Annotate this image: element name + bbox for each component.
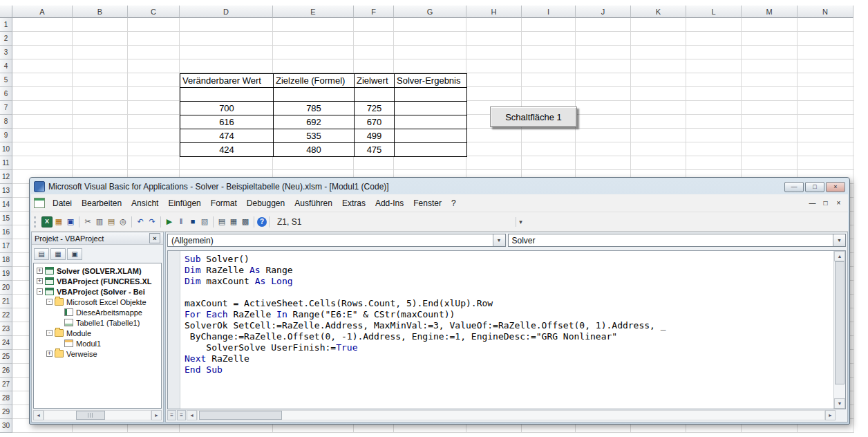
menu-debuggen[interactable]: Debuggen <box>242 196 290 210</box>
table-cell[interactable]: 499 <box>355 129 395 143</box>
scroll-thumb[interactable] <box>835 261 845 384</box>
row-header-20[interactable]: 20 <box>0 281 12 295</box>
procedure-view-button[interactable]: ≡ <box>167 410 176 420</box>
row-header-13[interactable]: 13 <box>0 184 12 198</box>
scroll-up-button[interactable]: ▲ <box>834 251 845 261</box>
view-code-button[interactable]: ▤ <box>34 248 49 260</box>
procedure-dropdown[interactable]: Solver ▼ <box>508 234 847 247</box>
column-header-H[interactable]: H <box>466 6 522 18</box>
toolbar-overflow-chevron[interactable]: ▾ <box>516 217 525 227</box>
menu-einfgen[interactable]: Einfügen <box>163 196 205 210</box>
table-cell[interactable]: 480 <box>274 143 355 157</box>
tree-expander-icon[interactable]: - <box>46 330 53 336</box>
table-cell[interactable]: 670 <box>355 115 395 129</box>
tree-item[interactable]: +Solver (SOLVER.XLAM) <box>34 266 161 276</box>
scroll-track[interactable] <box>834 261 845 398</box>
table-cell[interactable] <box>395 129 467 143</box>
menu-format[interactable]: Format <box>206 196 242 210</box>
row-header-7[interactable]: 7 <box>0 101 12 115</box>
view-object-button[interactable]: ▦ <box>50 248 66 260</box>
table-cell[interactable]: 692 <box>274 115 355 129</box>
column-header-A[interactable]: A <box>12 6 73 18</box>
column-header-C[interactable]: C <box>128 6 180 18</box>
save-icon[interactable]: ▣ <box>65 216 76 227</box>
tree-item[interactable]: -Microsoft Excel Objekte <box>34 297 161 307</box>
project-panel-header[interactable]: Projekt - VBAProject × <box>32 232 163 245</box>
menu-extras[interactable]: Extras <box>337 196 370 210</box>
table-cell[interactable] <box>395 88 467 102</box>
column-header-F[interactable]: F <box>354 6 394 18</box>
row-header-30[interactable]: 30 <box>0 419 12 433</box>
object-dropdown[interactable]: (Allgemein) ▼ <box>167 234 506 247</box>
paste-icon[interactable]: ▤ <box>106 216 117 227</box>
tree-item[interactable]: Modul1 <box>34 338 161 348</box>
row-header-2[interactable]: 2 <box>0 32 12 46</box>
schaltflaeche-button[interactable]: Schaltfläche 1 <box>490 106 577 127</box>
row-header-8[interactable]: 8 <box>0 115 12 129</box>
child-close-button[interactable]: × <box>832 197 845 209</box>
dropdown-arrow-icon[interactable]: ▼ <box>493 234 505 246</box>
scroll-thumb[interactable] <box>76 411 105 420</box>
table-cell[interactable]: 700 <box>180 102 274 115</box>
row-header-22[interactable]: 22 <box>0 308 12 322</box>
menu-ausfhren[interactable]: Ausführen <box>290 196 337 210</box>
table-cell[interactable] <box>355 88 395 102</box>
project-horizontal-scrollbar[interactable]: ◄ ► <box>33 410 162 420</box>
toggle-folders-button[interactable]: ▣ <box>67 248 82 260</box>
row-header-15[interactable]: 15 <box>0 212 12 225</box>
table-cell[interactable]: 535 <box>274 129 355 143</box>
full-module-view-button[interactable]: ≡ <box>177 410 186 420</box>
object-browser-icon[interactable]: ▩ <box>240 216 251 227</box>
scroll-track[interactable] <box>44 410 151 420</box>
toolbar-grip[interactable] <box>34 216 38 227</box>
row-header-28[interactable]: 28 <box>0 391 12 405</box>
column-header-G[interactable]: G <box>394 6 466 18</box>
row-header-10[interactable]: 10 <box>0 142 12 156</box>
table-cell[interactable] <box>395 115 467 129</box>
row-header-11[interactable]: 11 <box>0 156 12 170</box>
tree-expander-icon[interactable]: + <box>37 268 43 274</box>
undo-icon[interactable]: ↶ <box>135 216 146 227</box>
tree-item[interactable]: +VBAProject (FUNCRES.XL <box>34 276 161 286</box>
insert-userform-icon[interactable]: ▦ <box>53 216 64 227</box>
child-restore-button[interactable]: □ <box>819 197 832 209</box>
close-button[interactable]: × <box>826 182 845 192</box>
row-header-6[interactable]: 6 <box>0 87 12 101</box>
menu-fenster[interactable]: Fenster <box>408 196 446 210</box>
vba-title-bar[interactable]: Microsoft Visual Basic for Applications … <box>31 179 848 194</box>
scroll-down-button[interactable]: ▼ <box>834 398 845 409</box>
table-cell[interactable]: 616 <box>180 115 274 129</box>
row-header-14[interactable]: 14 <box>0 198 12 212</box>
table-header-cell[interactable]: Veränderbarer Wert <box>180 74 274 88</box>
scroll-left-button[interactable]: ◄ <box>187 410 197 420</box>
column-header-D[interactable]: D <box>180 6 273 18</box>
row-header-24[interactable]: 24 <box>0 336 12 350</box>
table-cell[interactable] <box>395 102 467 115</box>
child-minimize-button[interactable]: — <box>806 197 819 209</box>
table-cell[interactable]: 725 <box>355 102 395 115</box>
copy-icon[interactable]: ▥ <box>94 216 105 227</box>
row-header-25[interactable]: 25 <box>0 350 12 364</box>
properties-window-icon[interactable]: ▦ <box>228 216 239 227</box>
tree-item[interactable]: DieseArbeitsmappe <box>34 307 161 317</box>
menu-datei[interactable]: Datei <box>48 196 77 210</box>
maximize-button[interactable]: □ <box>805 182 824 192</box>
redo-icon[interactable]: ↷ <box>147 216 158 227</box>
tree-expander-icon[interactable]: + <box>37 278 43 284</box>
column-header-K[interactable]: K <box>631 6 686 18</box>
column-header-B[interactable]: B <box>73 6 128 18</box>
row-header-18[interactable]: 18 <box>0 253 12 267</box>
project-explorer-icon[interactable]: ▤ <box>216 216 227 227</box>
scroll-thumb[interactable] <box>199 411 282 420</box>
row-header-26[interactable]: 26 <box>0 364 12 378</box>
menu-bearbeiten[interactable]: Bearbeiten <box>77 196 126 210</box>
scroll-right-button[interactable]: ► <box>151 410 162 420</box>
column-header-J[interactable]: J <box>576 6 631 18</box>
tree-item[interactable]: Tabelle1 (Tabelle1) <box>34 317 161 328</box>
table-cell[interactable]: 424 <box>180 143 274 157</box>
row-header-21[interactable]: 21 <box>0 295 12 308</box>
column-header-I[interactable]: I <box>522 6 576 18</box>
column-header-L[interactable]: L <box>686 6 742 18</box>
row-header-16[interactable]: 16 <box>0 225 12 239</box>
menu-ansicht[interactable]: Ansicht <box>126 196 163 210</box>
